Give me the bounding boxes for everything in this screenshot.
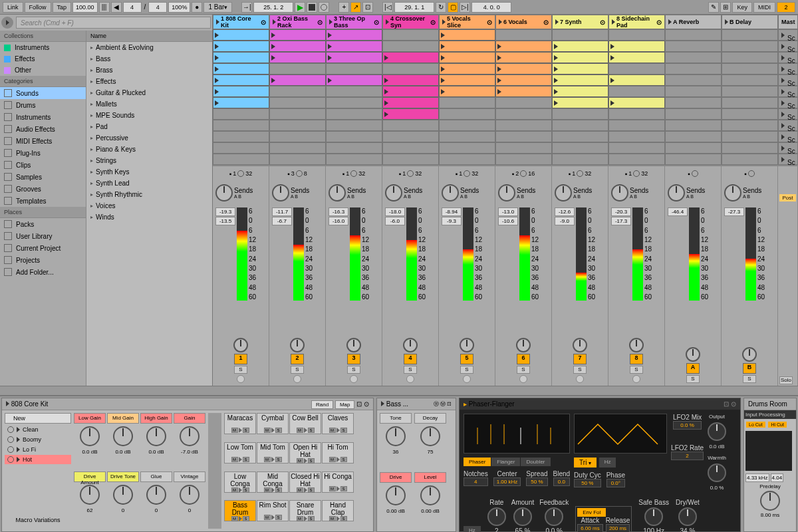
category-item[interactable]: Instruments bbox=[0, 111, 86, 123]
volume-value[interactable]: -16.3 bbox=[329, 207, 348, 216]
empty-clip-slot[interactable] bbox=[495, 120, 552, 131]
clip-slot[interactable] bbox=[495, 63, 552, 74]
chain-selector[interactable] bbox=[208, 413, 221, 529]
track-activator[interactable]: 4 bbox=[404, 354, 417, 364]
tap-button[interactable]: Tap bbox=[53, 2, 72, 13]
drum-pad[interactable]: CymbalMS bbox=[257, 413, 289, 434]
track-header[interactable]: 1 808 Core Kit ⊙ bbox=[213, 15, 269, 29]
clip-slot[interactable] bbox=[552, 41, 608, 52]
midi-in-icon[interactable]: ▪ bbox=[512, 170, 515, 178]
peak-value[interactable]: -9.3 bbox=[442, 217, 462, 225]
folder-item[interactable]: ▸Bass bbox=[86, 53, 212, 65]
category-item[interactable]: Audio Effects bbox=[0, 123, 86, 135]
peak-value[interactable]: -9.0 bbox=[555, 217, 575, 225]
track-activator[interactable]: B bbox=[743, 363, 756, 374]
automation-arm-icon[interactable]: ↗ bbox=[350, 2, 361, 13]
track-header[interactable]: 3 Three Op Bass ⊙ bbox=[326, 15, 382, 29]
category-item[interactable]: Sounds bbox=[0, 87, 86, 99]
loop-start-field[interactable]: 29. 1. 1 bbox=[394, 2, 434, 13]
clip-slot[interactable] bbox=[382, 108, 439, 120]
midi-in-icon[interactable]: ▪ bbox=[744, 170, 747, 178]
empty-clip-slot[interactable] bbox=[269, 120, 326, 131]
send-knob[interactable] bbox=[724, 184, 741, 201]
drum-pad[interactable]: Low CongaMS bbox=[224, 471, 256, 493]
preset-item[interactable]: Hot bbox=[5, 455, 71, 464]
clip-slot[interactable] bbox=[439, 86, 495, 97]
empty-clip-slot[interactable] bbox=[269, 108, 326, 120]
pan-knob[interactable] bbox=[573, 338, 587, 352]
param-knob[interactable] bbox=[420, 485, 440, 505]
arm-button[interactable] bbox=[463, 375, 471, 383]
track-header[interactable]: 2 Oxi Bass Rack ⊙ bbox=[269, 15, 326, 29]
clip-slot[interactable] bbox=[269, 52, 326, 63]
midi-in-icon[interactable]: ▪ bbox=[229, 170, 232, 178]
track-activator[interactable]: 2 bbox=[291, 354, 304, 364]
output-knob[interactable] bbox=[708, 422, 726, 441]
empty-clip-slot[interactable] bbox=[269, 86, 326, 97]
place-item[interactable]: Projects bbox=[0, 254, 86, 266]
empty-clip-slot[interactable] bbox=[722, 142, 778, 154]
device-fold-icon[interactable] bbox=[6, 401, 9, 406]
send-knob[interactable] bbox=[611, 184, 628, 201]
track-header[interactable]: 8 Sidechain Pad ⊙ bbox=[608, 15, 665, 29]
clip-slot[interactable] bbox=[495, 52, 552, 63]
empty-clip-slot[interactable] bbox=[326, 131, 382, 142]
follow-button[interactable]: Follow bbox=[25, 2, 51, 13]
clip-slot[interactable] bbox=[269, 74, 326, 86]
empty-clip-slot[interactable] bbox=[439, 154, 495, 165]
param-knob[interactable] bbox=[420, 426, 440, 446]
map-button[interactable]: Map bbox=[335, 400, 355, 409]
empty-clip-slot[interactable] bbox=[269, 97, 326, 108]
zoom-field[interactable]: 100% bbox=[168, 2, 190, 13]
empty-clip-slot[interactable] bbox=[382, 154, 439, 165]
empty-clip-slot[interactable] bbox=[665, 52, 722, 63]
monitor-icon[interactable] bbox=[692, 170, 698, 177]
empty-clip-slot[interactable] bbox=[722, 131, 778, 142]
phaser-param[interactable]: 1.00 kHz bbox=[493, 477, 521, 486]
folder-item[interactable]: ▸Synth Lead bbox=[86, 178, 212, 189]
tempo-field[interactable]: 100.00 bbox=[72, 2, 98, 13]
empty-clip-slot[interactable] bbox=[665, 154, 722, 165]
clip-slot[interactable] bbox=[439, 74, 495, 86]
empty-clip-slot[interactable] bbox=[326, 154, 382, 165]
attack-value[interactable]: 6.00 ms bbox=[577, 524, 602, 532]
mod-shape-menu[interactable]: Tri ▾ bbox=[574, 458, 597, 467]
time-sig-den[interactable]: 4 bbox=[148, 2, 167, 13]
empty-clip-slot[interactable] bbox=[326, 97, 382, 108]
empty-clip-slot[interactable] bbox=[439, 108, 495, 120]
scene-launch[interactable]: Sc bbox=[778, 142, 798, 154]
phaser-knob[interactable] bbox=[545, 507, 563, 526]
clip-slot[interactable] bbox=[213, 52, 269, 63]
track-activator[interactable]: 8 bbox=[630, 354, 643, 364]
scene-launch[interactable]: Sc bbox=[778, 120, 798, 131]
monitor-icon[interactable] bbox=[748, 170, 755, 177]
track-activator[interactable]: 5 bbox=[460, 354, 473, 364]
drum-pad[interactable]: Snare DrumMS bbox=[289, 500, 321, 521]
empty-clip-slot[interactable] bbox=[495, 29, 552, 41]
peak-value[interactable]: -10.6 bbox=[498, 217, 518, 225]
device-fold-icon[interactable] bbox=[381, 401, 384, 406]
drum-pad[interactable]: Mid TomMS bbox=[257, 442, 289, 464]
macro-knob[interactable] bbox=[146, 485, 166, 505]
empty-clip-slot[interactable] bbox=[608, 154, 665, 165]
send-knob[interactable] bbox=[668, 184, 685, 201]
folder-item[interactable]: ▸Effects bbox=[86, 76, 212, 87]
computer-midi-icon[interactable]: ⊞ bbox=[720, 2, 731, 13]
clip-slot[interactable] bbox=[495, 41, 552, 52]
clip-slot[interactable] bbox=[382, 74, 439, 86]
empty-clip-slot[interactable] bbox=[722, 108, 778, 120]
empty-clip-slot[interactable] bbox=[665, 29, 722, 41]
folder-item[interactable]: ▸Synth Rhythmic bbox=[86, 189, 212, 200]
midi-in-icon[interactable]: ▪ bbox=[342, 170, 345, 178]
pan-knob[interactable] bbox=[403, 338, 418, 352]
phaser-knob[interactable] bbox=[487, 507, 506, 526]
macro-knob[interactable] bbox=[80, 426, 100, 446]
send-knob[interactable] bbox=[272, 184, 289, 201]
drum-pad[interactable]: Hi TomMS bbox=[322, 442, 354, 464]
freq1-value[interactable]: 4.33 kHz bbox=[745, 473, 769, 482]
loop-end-icon[interactable]: ▷| bbox=[460, 2, 470, 13]
key-map-button[interactable]: Key bbox=[732, 2, 752, 13]
scene-launch[interactable]: Sc bbox=[778, 63, 798, 74]
collection-item[interactable]: Effects bbox=[0, 53, 86, 65]
follow-playhead-icon[interactable]: →| bbox=[241, 2, 252, 13]
